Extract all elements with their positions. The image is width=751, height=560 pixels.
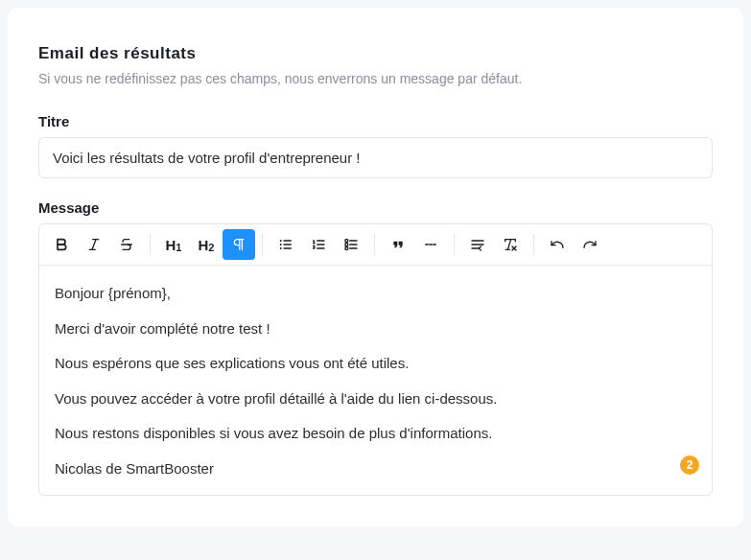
toolbar-separator — [454, 234, 455, 255]
hard-break-button[interactable] — [461, 229, 494, 260]
toolbar-separator — [374, 234, 375, 255]
toolbar-separator — [150, 234, 151, 255]
insert-group — [382, 229, 447, 260]
horizontal-rule-button[interactable] — [414, 229, 447, 260]
toolbar-separator — [262, 234, 263, 255]
svg-point-8 — [280, 244, 282, 245]
section-title: Email des résultats — [38, 44, 713, 63]
message-line: Vous pouvez accéder à votre profil détai… — [55, 388, 696, 410]
svg-point-7 — [280, 240, 282, 242]
h2-button[interactable]: H2 — [190, 229, 223, 260]
redo-button[interactable] — [574, 229, 606, 260]
svg-rect-17 — [345, 244, 348, 246]
ordered-list-button[interactable] — [302, 229, 335, 260]
message-line: Nous restons disponibles si vous avez be… — [55, 423, 696, 445]
titre-label: Titre — [38, 113, 713, 129]
rich-text-editor: H1 H2 — [38, 223, 713, 496]
notification-badge[interactable]: 2 — [680, 455, 699, 475]
message-line: Merci d'avoir complété notre test ! — [55, 318, 696, 340]
paragraph-button[interactable] — [223, 229, 255, 260]
history-group — [541, 229, 606, 260]
strikethrough-button[interactable] — [110, 229, 143, 260]
undo-button[interactable] — [541, 229, 574, 260]
heading-group: H1 H2 — [157, 229, 255, 260]
titre-input[interactable] — [38, 137, 713, 178]
svg-rect-18 — [345, 247, 348, 250]
bullet-list-button[interactable] — [270, 229, 302, 260]
h1-button[interactable]: H1 — [157, 229, 190, 260]
message-line: Bonjour {prénom}, — [55, 283, 696, 305]
message-line: Nous espérons que ses explications vous … — [55, 353, 696, 375]
blockquote-button[interactable] — [382, 229, 414, 260]
svg-rect-16 — [345, 240, 348, 243]
message-line: Nicolas de SmartBooster — [55, 458, 696, 480]
email-results-card: Email des résultats Si vous ne redéfinis… — [8, 8, 743, 526]
message-label: Message — [38, 199, 713, 216]
svg-point-9 — [280, 247, 282, 249]
editor-toolbar: H1 H2 — [39, 224, 712, 266]
message-body[interactable]: Bonjour {prénom}, Merci d'avoir complété… — [39, 266, 712, 495]
toolbar-separator — [533, 234, 534, 255]
italic-button[interactable] — [78, 229, 110, 260]
bold-button[interactable] — [45, 229, 78, 260]
list-group — [270, 229, 367, 260]
format-group — [45, 229, 143, 260]
task-list-button[interactable] — [335, 229, 367, 260]
svg-line-2 — [92, 240, 96, 250]
section-subtitle: Si vous ne redéfinissez pas ces champs, … — [38, 71, 713, 86]
misc-group — [461, 229, 527, 260]
clear-format-button[interactable] — [494, 229, 527, 260]
